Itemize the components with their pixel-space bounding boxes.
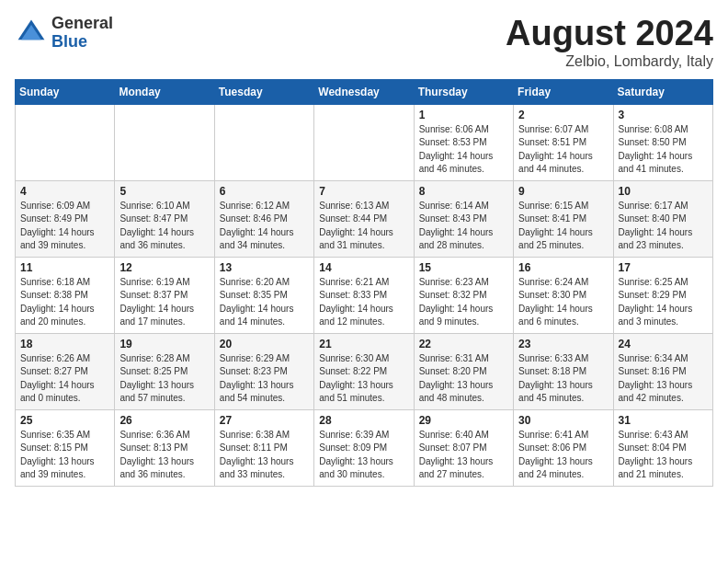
calendar-day-cell: 6Sunrise: 6:12 AMSunset: 8:46 PMDaylight… bbox=[214, 180, 313, 257]
day-info: Sunrise: 6:39 AMSunset: 8:09 PMDaylight:… bbox=[319, 429, 408, 482]
day-number: 2 bbox=[518, 109, 608, 121]
calendar-body: 1Sunrise: 6:06 AMSunset: 8:53 PMDaylight… bbox=[16, 104, 713, 486]
day-info: Sunrise: 6:06 AMSunset: 8:53 PMDaylight:… bbox=[419, 123, 508, 177]
calendar-day-cell: 8Sunrise: 6:14 AMSunset: 8:43 PMDaylight… bbox=[414, 180, 513, 257]
day-number: 4 bbox=[20, 185, 109, 198]
day-info: Sunrise: 6:10 AMSunset: 8:47 PMDaylight:… bbox=[119, 200, 209, 253]
calendar-week-row: 1Sunrise: 6:06 AMSunset: 8:53 PMDaylight… bbox=[16, 104, 713, 180]
calendar-week-row: 4Sunrise: 6:09 AMSunset: 8:49 PMDaylight… bbox=[16, 180, 713, 257]
logo-general: General bbox=[51, 15, 113, 33]
calendar-day-cell: 4Sunrise: 6:09 AMSunset: 8:49 PMDaylight… bbox=[16, 180, 115, 257]
calendar-day-cell: 25Sunrise: 6:35 AMSunset: 8:15 PMDayligh… bbox=[16, 409, 115, 486]
day-info: Sunrise: 6:24 AMSunset: 8:30 PMDaylight:… bbox=[518, 276, 608, 329]
day-number: 15 bbox=[419, 261, 508, 274]
calendar-day-cell: 30Sunrise: 6:41 AMSunset: 8:06 PMDayligh… bbox=[514, 409, 613, 486]
calendar-day-cell bbox=[214, 104, 313, 180]
day-number: 20 bbox=[220, 338, 309, 350]
day-number: 14 bbox=[319, 261, 408, 274]
calendar-day-cell: 26Sunrise: 6:36 AMSunset: 8:13 PMDayligh… bbox=[115, 409, 214, 486]
weekday-header-cell: Tuesday bbox=[214, 79, 313, 104]
day-number: 11 bbox=[20, 261, 109, 274]
day-info: Sunrise: 6:36 AMSunset: 8:13 PMDaylight:… bbox=[119, 429, 209, 482]
logo-icon bbox=[15, 17, 48, 50]
day-info: Sunrise: 6:33 AMSunset: 8:18 PMDaylight:… bbox=[518, 352, 608, 406]
calendar-day-cell: 15Sunrise: 6:23 AMSunset: 8:32 PMDayligh… bbox=[414, 257, 513, 333]
day-number: 5 bbox=[119, 185, 209, 198]
day-info: Sunrise: 6:14 AMSunset: 8:43 PMDaylight:… bbox=[419, 200, 508, 253]
calendar-day-cell: 13Sunrise: 6:20 AMSunset: 8:35 PMDayligh… bbox=[214, 257, 313, 333]
day-number: 12 bbox=[119, 261, 209, 274]
calendar-day-cell: 31Sunrise: 6:43 AMSunset: 8:04 PMDayligh… bbox=[613, 409, 712, 486]
calendar-day-cell: 18Sunrise: 6:26 AMSunset: 8:27 PMDayligh… bbox=[16, 333, 115, 409]
calendar-day-cell bbox=[16, 104, 115, 180]
day-number: 23 bbox=[518, 338, 608, 350]
day-number: 27 bbox=[220, 414, 309, 427]
day-number: 9 bbox=[518, 185, 608, 198]
day-number: 30 bbox=[518, 414, 608, 427]
day-number: 31 bbox=[619, 414, 708, 427]
logo: General Blue bbox=[15, 15, 113, 52]
day-info: Sunrise: 6:29 AMSunset: 8:23 PMDaylight:… bbox=[220, 352, 309, 406]
calendar-day-cell: 17Sunrise: 6:25 AMSunset: 8:29 PMDayligh… bbox=[613, 257, 712, 333]
calendar-day-cell: 20Sunrise: 6:29 AMSunset: 8:23 PMDayligh… bbox=[214, 333, 313, 409]
weekday-header-cell: Thursday bbox=[414, 79, 513, 104]
day-number: 22 bbox=[419, 338, 508, 350]
calendar-day-cell: 9Sunrise: 6:15 AMSunset: 8:41 PMDaylight… bbox=[514, 180, 613, 257]
day-info: Sunrise: 6:34 AMSunset: 8:16 PMDaylight:… bbox=[619, 352, 708, 406]
month-title: August 2024 bbox=[506, 15, 713, 53]
calendar-table: SundayMondayTuesdayWednesdayThursdayFrid… bbox=[15, 79, 713, 487]
calendar-day-cell: 29Sunrise: 6:40 AMSunset: 8:07 PMDayligh… bbox=[414, 409, 513, 486]
day-number: 1 bbox=[419, 109, 508, 121]
logo-blue: Blue bbox=[51, 33, 113, 52]
day-info: Sunrise: 6:31 AMSunset: 8:20 PMDaylight:… bbox=[419, 352, 508, 406]
day-info: Sunrise: 6:17 AMSunset: 8:40 PMDaylight:… bbox=[619, 200, 708, 253]
calendar-day-cell: 22Sunrise: 6:31 AMSunset: 8:20 PMDayligh… bbox=[414, 333, 513, 409]
calendar-day-cell: 1Sunrise: 6:06 AMSunset: 8:53 PMDaylight… bbox=[414, 104, 513, 180]
calendar-day-cell bbox=[314, 104, 414, 180]
day-info: Sunrise: 6:19 AMSunset: 8:37 PMDaylight:… bbox=[119, 276, 209, 329]
day-number: 10 bbox=[619, 185, 708, 198]
location: Zelbio, Lombardy, Italy bbox=[506, 53, 713, 70]
calendar-day-cell: 16Sunrise: 6:24 AMSunset: 8:30 PMDayligh… bbox=[514, 257, 613, 333]
title-section: August 2024 Zelbio, Lombardy, Italy bbox=[506, 15, 713, 70]
weekday-header-row: SundayMondayTuesdayWednesdayThursdayFrid… bbox=[16, 79, 713, 104]
day-info: Sunrise: 6:21 AMSunset: 8:33 PMDaylight:… bbox=[319, 276, 408, 329]
calendar-day-cell: 21Sunrise: 6:30 AMSunset: 8:22 PMDayligh… bbox=[314, 333, 414, 409]
day-number: 7 bbox=[319, 185, 408, 198]
day-info: Sunrise: 6:28 AMSunset: 8:25 PMDaylight:… bbox=[119, 352, 209, 406]
calendar-day-cell: 23Sunrise: 6:33 AMSunset: 8:18 PMDayligh… bbox=[514, 333, 613, 409]
day-info: Sunrise: 6:12 AMSunset: 8:46 PMDaylight:… bbox=[220, 200, 309, 253]
weekday-header-cell: Friday bbox=[514, 79, 613, 104]
calendar-day-cell: 28Sunrise: 6:39 AMSunset: 8:09 PMDayligh… bbox=[314, 409, 414, 486]
day-number: 24 bbox=[619, 338, 708, 350]
calendar-day-cell bbox=[115, 104, 214, 180]
weekday-header-cell: Saturday bbox=[613, 79, 712, 104]
day-number: 21 bbox=[319, 338, 408, 350]
day-number: 13 bbox=[220, 261, 309, 274]
day-number: 16 bbox=[518, 261, 608, 274]
day-info: Sunrise: 6:35 AMSunset: 8:15 PMDaylight:… bbox=[20, 429, 109, 482]
day-number: 26 bbox=[119, 414, 209, 427]
calendar-day-cell: 14Sunrise: 6:21 AMSunset: 8:33 PMDayligh… bbox=[314, 257, 414, 333]
day-info: Sunrise: 6:13 AMSunset: 8:44 PMDaylight:… bbox=[319, 200, 408, 253]
day-info: Sunrise: 6:08 AMSunset: 8:50 PMDaylight:… bbox=[619, 123, 708, 177]
calendar-day-cell: 3Sunrise: 6:08 AMSunset: 8:50 PMDaylight… bbox=[613, 104, 712, 180]
logo-text: General Blue bbox=[51, 15, 113, 52]
weekday-header-cell: Sunday bbox=[16, 79, 115, 104]
calendar-week-row: 25Sunrise: 6:35 AMSunset: 8:15 PMDayligh… bbox=[16, 409, 713, 486]
calendar-day-cell: 24Sunrise: 6:34 AMSunset: 8:16 PMDayligh… bbox=[613, 333, 712, 409]
calendar-day-cell: 27Sunrise: 6:38 AMSunset: 8:11 PMDayligh… bbox=[214, 409, 313, 486]
calendar-week-row: 18Sunrise: 6:26 AMSunset: 8:27 PMDayligh… bbox=[16, 333, 713, 409]
day-info: Sunrise: 6:20 AMSunset: 8:35 PMDaylight:… bbox=[220, 276, 309, 329]
day-info: Sunrise: 6:09 AMSunset: 8:49 PMDaylight:… bbox=[20, 200, 109, 253]
weekday-header-cell: Monday bbox=[115, 79, 214, 104]
weekday-header-cell: Wednesday bbox=[314, 79, 414, 104]
calendar-day-cell: 11Sunrise: 6:18 AMSunset: 8:38 PMDayligh… bbox=[16, 257, 115, 333]
calendar-day-cell: 7Sunrise: 6:13 AMSunset: 8:44 PMDaylight… bbox=[314, 180, 414, 257]
day-info: Sunrise: 6:30 AMSunset: 8:22 PMDaylight:… bbox=[319, 352, 408, 406]
calendar-day-cell: 19Sunrise: 6:28 AMSunset: 8:25 PMDayligh… bbox=[115, 333, 214, 409]
day-number: 25 bbox=[20, 414, 109, 427]
day-number: 6 bbox=[220, 185, 309, 198]
calendar-day-cell: 12Sunrise: 6:19 AMSunset: 8:37 PMDayligh… bbox=[115, 257, 214, 333]
calendar-day-cell: 10Sunrise: 6:17 AMSunset: 8:40 PMDayligh… bbox=[613, 180, 712, 257]
